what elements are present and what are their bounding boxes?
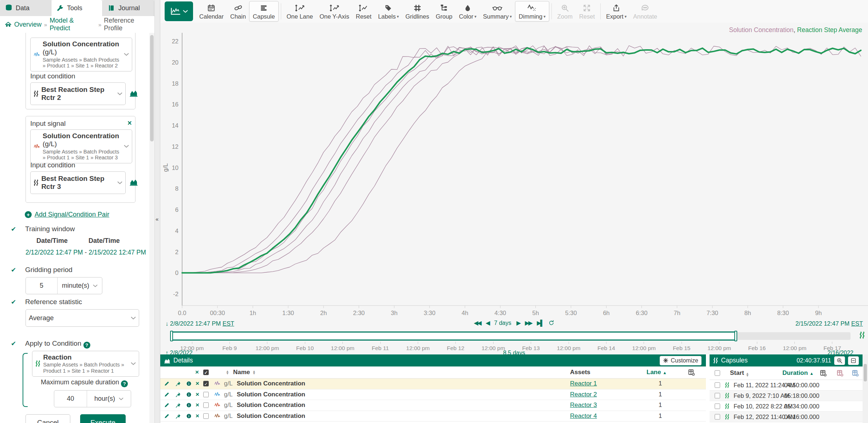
capsule-row[interactable]: Feb 9, 2022 7:10 AM 05:18:00.000 — [710, 391, 863, 401]
timeline-bar[interactable] — [171, 331, 851, 341]
row-checkbox[interactable] — [715, 393, 720, 399]
collapse-panel-button[interactable]: « — [156, 216, 158, 222]
toolbar-button-one-y-axis[interactable]: One Y-Axis — [316, 1, 353, 22]
capsules-scrollbar[interactable] — [863, 354, 868, 423]
details-row[interactable]: × g/L Solution Concentration Reactor 2 1 — [160, 389, 706, 400]
input-signal-1-select[interactable]: Solution Concentration (g/L) Sample Asse… — [30, 38, 132, 71]
row-checkbox[interactable]: ✓ — [203, 381, 209, 387]
input-condition-1-select[interactable]: Best Reaction Step Rctr 2 — [30, 82, 126, 105]
duration-column-header[interactable]: Duration ▲ — [782, 369, 814, 377]
add-property-column-icon[interactable] — [852, 369, 859, 377]
step-back-full-icon[interactable]: ◀◀ — [474, 319, 481, 326]
max-duration-unit-select[interactable]: hour(s) — [87, 391, 131, 407]
asset-link[interactable]: Reactor 2 — [570, 391, 597, 398]
capsule-series-line[interactable] — [182, 46, 612, 273]
item-name[interactable]: Solution Concentration — [237, 412, 305, 420]
training-end-input[interactable]: 2/15/2022 12:47 PM — [89, 249, 146, 256]
tab-journal[interactable]: Journal — [103, 0, 154, 16]
row-checkbox[interactable] — [715, 383, 720, 388]
toolbar-button-group[interactable]: Group — [432, 1, 456, 22]
info-icon[interactable] — [186, 403, 192, 408]
info-icon[interactable] — [186, 413, 192, 419]
display-range-start[interactable]: 2/8/2022 12:47 PM — [170, 320, 221, 327]
breadcrumb-overview[interactable]: Overview — [14, 21, 42, 28]
view-capsules-button[interactable] — [129, 178, 138, 186]
select-all-checkbox[interactable]: ✓ — [203, 370, 209, 375]
select-all-capsules-checkbox[interactable] — [715, 370, 720, 376]
info-icon[interactable] — [186, 392, 192, 397]
row-checkbox[interactable] — [203, 392, 209, 397]
toolbar-button-labels[interactable]: Labels▾ — [375, 1, 402, 22]
help-icon[interactable]: ? — [121, 380, 128, 387]
add-signal-condition-pair-link[interactable]: Add Signal/Condition Pair — [35, 211, 109, 218]
step-back-half-icon[interactable]: ◀ — [486, 319, 489, 326]
legend-solution-concentration[interactable]: Solution Concentration — [729, 26, 794, 34]
scrollbar-thumb[interactable] — [150, 35, 154, 141]
display-range-end[interactable]: 2/15/2022 12:47 PM — [796, 320, 850, 327]
toolbar-button-color[interactable]: Color▾ — [456, 1, 480, 22]
details-row[interactable]: × g/L Solution Concentration Reactor 4 1 — [160, 411, 706, 422]
asset-link[interactable]: Reactor 4 — [570, 412, 597, 420]
view-capsules-button[interactable] — [129, 89, 138, 97]
step-to-end-icon[interactable]: ▶▌ — [537, 319, 543, 326]
toolbar-button-gridlines[interactable]: Gridlines — [402, 1, 432, 22]
apply-condition-select[interactable]: Reaction Sample Assets » Batch Products … — [32, 351, 139, 377]
row-checkbox[interactable] — [715, 414, 720, 420]
toolbar-button-dimming[interactable]: Dimming▾ — [515, 1, 549, 22]
timezone-link[interactable]: EST — [851, 320, 863, 327]
edit-icon[interactable] — [164, 413, 170, 419]
sort-icon[interactable]: ▲▼ — [252, 370, 256, 375]
row-checkbox[interactable] — [203, 403, 209, 408]
trend-chart[interactable]: -20246810121416182022g/L0.000:301h1:302h… — [160, 23, 868, 318]
step-forward-half-icon[interactable]: ▶ — [517, 319, 520, 326]
add-stat-column-icon[interactable] — [836, 369, 844, 377]
remove-pair-icon[interactable]: × — [127, 119, 132, 127]
remove-icon[interactable]: × — [196, 401, 199, 409]
item-name[interactable]: Solution Concentration — [237, 401, 305, 409]
scrollbar-thumb[interactable] — [864, 364, 867, 381]
panel-scrollbar[interactable] — [149, 33, 154, 423]
remove-all-icon[interactable]: × — [195, 369, 199, 376]
row-checkbox[interactable] — [715, 404, 720, 409]
input-condition-2-select[interactable]: Best Reaction Step Rctr 3 — [30, 171, 126, 194]
home-icon[interactable] — [5, 21, 12, 28]
edit-icon[interactable] — [164, 381, 170, 387]
capsule-row[interactable]: Feb 10, 2022 8:22 AM 05:34:00.000 — [710, 401, 863, 412]
remove-icon[interactable]: × — [196, 412, 199, 420]
tab-tools[interactable]: Tools — [51, 0, 103, 16]
toolbar-button-export[interactable]: Export▾ — [603, 1, 630, 22]
refresh-icon[interactable] — [548, 320, 554, 326]
duration-range-label[interactable]: 7 days — [494, 320, 511, 326]
add-column-icon[interactable] — [820, 369, 827, 377]
help-icon[interactable]: ? — [83, 342, 90, 349]
toolbar-button-capsule[interactable]: Capsule — [249, 1, 279, 22]
timeline-right-handle[interactable] — [734, 331, 737, 341]
legend-reaction-step-average[interactable]: Reaction Step Average — [797, 26, 862, 34]
average-series-line[interactable] — [182, 48, 861, 273]
max-duration-value-input[interactable]: 40 — [54, 391, 87, 407]
asset-link[interactable]: Reactor 1 — [570, 380, 597, 387]
input-signal-2-select[interactable]: Solution Concentration (g/L) Sample Asse… — [30, 129, 132, 163]
toolbar-button-reset-y[interactable]: Reset — [353, 1, 375, 22]
sort-icon[interactable]: ▲▼ — [226, 370, 229, 375]
asset-link[interactable]: Reactor 3 — [570, 401, 597, 409]
pin-icon[interactable] — [176, 403, 181, 408]
capsule-series-line[interactable] — [182, 47, 527, 273]
reference-statistic-select[interactable]: Average — [25, 309, 139, 327]
start-column-header[interactable]: Start ▲▼ — [730, 369, 749, 377]
step-forward-full-icon[interactable]: ▶▶ — [525, 319, 532, 326]
collapse-panel-button[interactable] — [848, 356, 859, 365]
timeline-left-handle[interactable] — [170, 331, 173, 341]
capsule-series-line[interactable] — [182, 47, 538, 273]
pin-icon[interactable] — [176, 413, 181, 419]
name-column-header[interactable]: Name — [233, 369, 250, 376]
remove-icon[interactable]: × — [196, 391, 199, 398]
timezone-link[interactable]: EST — [223, 320, 234, 327]
capsule-row[interactable]: Feb 12, 2022 11:40 AM 06:16:00.000 — [710, 412, 863, 422]
customize-button[interactable]: Customize — [660, 356, 702, 365]
timeline-selected-range[interactable] — [171, 331, 736, 341]
details-row[interactable]: × g/L Solution Concentration Reactor 3 1 — [160, 400, 706, 411]
capsule-series-line[interactable] — [182, 46, 578, 273]
add-column-icon[interactable] — [688, 369, 695, 376]
capsule-row[interactable]: Feb 11, 2022 11:24 AM 04:50:00.000 — [710, 380, 863, 391]
